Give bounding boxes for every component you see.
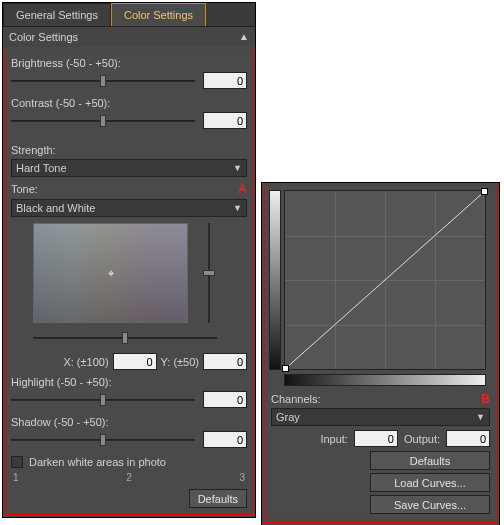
color-settings-panel: General Settings Color Settings Color Se…: [2, 2, 256, 518]
brightness-label: Brightness (-50 - +50):: [11, 57, 121, 69]
output-label: Output:: [404, 433, 440, 445]
curve-area: [265, 186, 496, 374]
color-picker-area: ⌖: [33, 223, 247, 323]
contrast-slider[interactable]: [11, 114, 195, 128]
highlight-label: Highlight (-50 - +50):: [11, 376, 112, 388]
highlight-input[interactable]: [203, 391, 247, 408]
collapse-icon[interactable]: ▲: [239, 31, 249, 43]
x-label: X: (±100): [63, 356, 108, 368]
strength-label: Strength:: [11, 144, 56, 156]
tab-general-settings[interactable]: General Settings: [3, 3, 111, 26]
channels-value: Gray: [276, 411, 300, 423]
section-header: Color Settings ▲: [3, 27, 255, 47]
brightness-input[interactable]: [203, 72, 247, 89]
brightness-slider[interactable]: [11, 74, 195, 88]
curve-editor[interactable]: [284, 190, 486, 370]
tone-dropdown[interactable]: Black and White ▼: [11, 199, 247, 217]
tone-label: Tone:: [11, 183, 38, 195]
scale-row: 1 2 3: [13, 472, 245, 483]
horizontal-gradient: [284, 374, 486, 386]
strength-value: Hard Tone: [16, 162, 67, 174]
x-input[interactable]: [113, 353, 157, 370]
load-curves-button[interactable]: Load Curves...: [370, 473, 490, 492]
output-field[interactable]: [446, 430, 490, 447]
color-horizontal-slider[interactable]: [33, 331, 217, 345]
scale-3: 3: [239, 472, 245, 483]
curve-handle-low[interactable]: [282, 365, 289, 372]
contrast-input[interactable]: [203, 112, 247, 129]
y-input[interactable]: [203, 353, 247, 370]
color-picker[interactable]: ⌖: [33, 223, 188, 323]
save-curves-button[interactable]: Save Curves...: [370, 495, 490, 514]
highlight-slider[interactable]: [11, 393, 195, 407]
callout-marker-a: A: [238, 182, 247, 196]
shadow-slider[interactable]: [11, 433, 195, 447]
color-vertical-slider[interactable]: [202, 223, 216, 323]
shadow-input[interactable]: [203, 431, 247, 448]
contrast-label: Contrast (-50 - +50):: [11, 97, 110, 109]
callout-marker-b: B: [481, 392, 490, 406]
input-field[interactable]: [354, 430, 398, 447]
y-label: Y: (±50): [161, 356, 199, 368]
callout-box-b: Channels: B Gray ▼ Input: Output: Defaul…: [264, 185, 497, 520]
chevron-down-icon: ▼: [233, 163, 242, 173]
vertical-gradient: [269, 190, 281, 370]
shadow-label: Shadow (-50 - +50):: [11, 416, 109, 428]
input-label: Input:: [320, 433, 348, 445]
curve-line: [285, 191, 485, 369]
strength-dropdown[interactable]: Hard Tone ▼: [11, 159, 247, 177]
scale-1: 1: [13, 472, 19, 483]
crosshair-icon: ⌖: [105, 267, 117, 279]
tabs: General Settings Color Settings: [3, 3, 255, 27]
tone-value: Black and White: [16, 202, 95, 214]
darken-label: Darken white areas in photo: [29, 456, 166, 468]
chevron-down-icon: ▼: [233, 203, 242, 213]
scale-2: 2: [126, 472, 132, 483]
channels-dropdown[interactable]: Gray ▼: [271, 408, 490, 426]
curve-handle-high[interactable]: [481, 188, 488, 195]
section-title: Color Settings: [9, 31, 78, 43]
defaults-button[interactable]: Defaults: [189, 489, 247, 508]
defaults-button[interactable]: Defaults: [370, 451, 490, 470]
callout-box-a: Brightness (-50 - +50): Contrast (-50 - …: [5, 49, 253, 515]
chevron-down-icon: ▼: [476, 412, 485, 422]
curves-panel: Channels: B Gray ▼ Input: Output: Defaul…: [261, 182, 500, 525]
channels-label: Channels:: [271, 393, 321, 405]
svg-line-0: [285, 191, 485, 369]
darken-checkbox[interactable]: [11, 456, 23, 468]
tab-color-settings[interactable]: Color Settings: [111, 3, 206, 26]
